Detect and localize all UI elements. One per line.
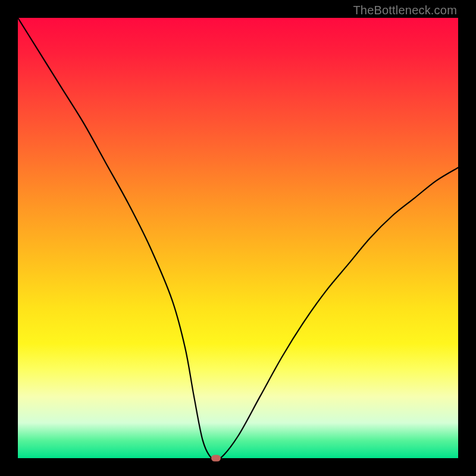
plot-area bbox=[18, 18, 458, 458]
watermark-text: TheBottleneck.com bbox=[353, 4, 457, 17]
curve-svg bbox=[18, 18, 458, 458]
bottleneck-curve bbox=[18, 18, 458, 458]
chart-frame: TheBottleneck.com bbox=[0, 0, 476, 476]
optimal-marker bbox=[211, 455, 221, 462]
